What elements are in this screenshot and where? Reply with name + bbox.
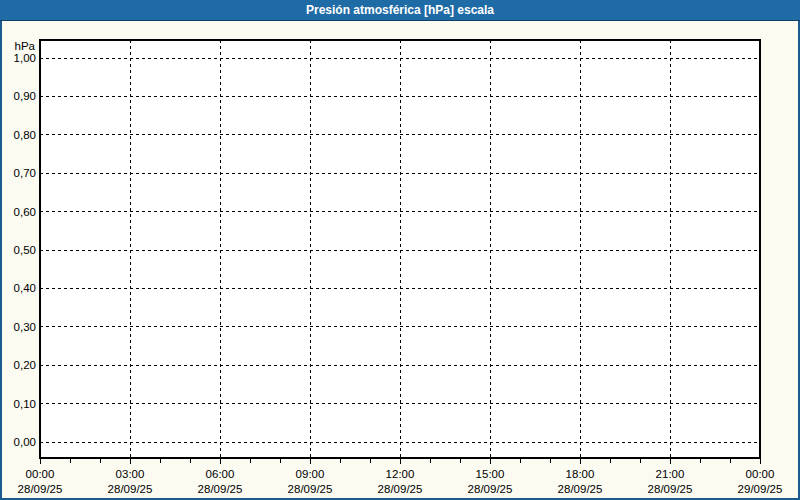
x-tick-time-label: 15:00 (476, 468, 505, 480)
x-tick-date-label: 28/09/25 (648, 483, 693, 495)
x-tick-time-label: 09:00 (296, 468, 325, 480)
x-tick-date-label: 28/09/25 (18, 483, 63, 495)
x-tick-date-label: 29/09/25 (738, 483, 783, 495)
x-tick-date-label: 28/09/25 (198, 483, 243, 495)
x-tick-date-label: 28/09/25 (468, 483, 513, 495)
x-tick-date-label: 28/09/25 (378, 483, 423, 495)
y-axis-unit-label: hPa (15, 40, 36, 52)
y-tick-label: 0,70 (14, 167, 36, 179)
x-tick-date-label: 28/09/25 (108, 483, 153, 495)
x-tick-time-label: 03:00 (116, 468, 145, 480)
x-tick-time-label: 06:00 (206, 468, 235, 480)
y-tick-label: 0,60 (14, 206, 36, 218)
x-tick-time-label: 00:00 (26, 468, 55, 480)
y-tick-label: 1,00 (14, 52, 36, 64)
x-tick-date-label: 28/09/25 (288, 483, 333, 495)
x-tick-time-label: 18:00 (566, 468, 595, 480)
weather-chart-panel: Presión atmosférica [hPa] escala hPa1,00… (0, 0, 800, 500)
x-tick-time-label: 00:00 (746, 468, 775, 480)
chart-title: Presión atmosférica [hPa] escala (306, 3, 494, 17)
chart-title-bar: Presión atmosférica [hPa] escala (0, 0, 800, 21)
pressure-chart-svg: hPa1,000,900,800,700,600,500,400,300,200… (0, 0, 800, 500)
x-tick-time-label: 12:00 (386, 468, 415, 480)
y-tick-label: 0,20 (14, 359, 36, 371)
y-tick-label: 0,30 (14, 321, 36, 333)
y-tick-label: 0,80 (14, 129, 36, 141)
y-tick-label: 0,10 (14, 398, 36, 410)
x-tick-time-label: 21:00 (656, 468, 685, 480)
y-tick-label: 0,90 (14, 90, 36, 102)
y-tick-label: 0,50 (14, 244, 36, 256)
x-tick-date-label: 28/09/25 (558, 483, 603, 495)
y-tick-label: 0,00 (14, 436, 36, 448)
y-tick-label: 0,40 (14, 282, 36, 294)
